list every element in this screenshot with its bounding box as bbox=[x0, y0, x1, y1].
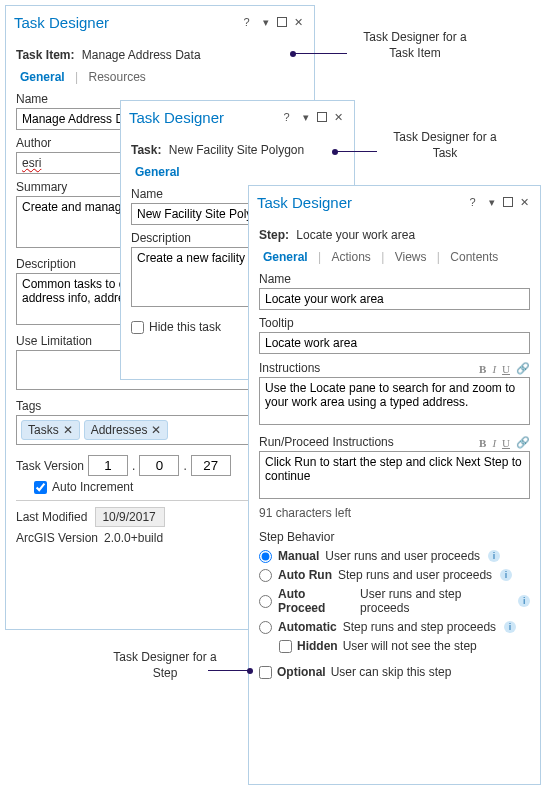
behavior-manual-label: Manual bbox=[278, 549, 319, 563]
maximize-icon[interactable] bbox=[317, 112, 327, 122]
behavior-autorun-label: Auto Run bbox=[278, 568, 332, 582]
chars-left: 91 characters left bbox=[259, 506, 530, 520]
info-icon[interactable]: i bbox=[518, 595, 530, 607]
underline-icon[interactable]: U bbox=[502, 437, 510, 449]
pane2-title: Task Designer bbox=[129, 109, 279, 126]
behavior-automatic-radio[interactable] bbox=[259, 621, 272, 634]
bold-icon[interactable]: B bbox=[479, 437, 486, 449]
link-icon[interactable]: 🔗 bbox=[516, 362, 530, 375]
auto-increment-checkbox[interactable] bbox=[34, 481, 47, 494]
info-icon[interactable]: i bbox=[500, 569, 512, 581]
instructions-input[interactable] bbox=[259, 377, 530, 425]
name-label: Name bbox=[259, 272, 530, 286]
hidden-checkbox[interactable] bbox=[279, 640, 292, 653]
behavior-autoproceed-label: Auto Proceed bbox=[278, 587, 354, 615]
link-icon[interactable]: 🔗 bbox=[516, 436, 530, 449]
run-proceed-input[interactable] bbox=[259, 451, 530, 499]
annotation-task: Task Designer for aTask bbox=[380, 130, 510, 161]
arcgis-version-label: ArcGIS Version bbox=[16, 531, 98, 545]
tab-contents[interactable]: Contents bbox=[446, 248, 502, 266]
optional-checkbox[interactable] bbox=[259, 666, 272, 679]
run-proceed-label: Run/Proceed Instructions bbox=[259, 435, 479, 449]
hidden-desc: User will not see the step bbox=[343, 639, 477, 653]
pane1-title: Task Designer bbox=[14, 14, 239, 31]
pane3-title: Task Designer bbox=[257, 194, 465, 211]
hidden-label: Hidden bbox=[297, 639, 338, 653]
tag-item[interactable]: Addresses✕ bbox=[84, 420, 169, 440]
behavior-autoproceed-desc: User runs and step proceeds bbox=[360, 587, 510, 615]
hide-task-checkbox[interactable] bbox=[131, 321, 144, 334]
pane1-heading-value: Manage Address Data bbox=[82, 48, 201, 62]
help-icon[interactable]: ? bbox=[239, 15, 254, 30]
pane3-heading-label: Step: bbox=[259, 228, 289, 242]
close-icon[interactable]: ✕ bbox=[291, 15, 306, 30]
help-icon[interactable]: ? bbox=[465, 195, 480, 210]
pane1-heading-label: Task Item: bbox=[16, 48, 74, 62]
tag-item[interactable]: Tasks✕ bbox=[21, 420, 80, 440]
tab-general[interactable]: General bbox=[16, 68, 69, 86]
dropdown-icon[interactable]: ▾ bbox=[258, 15, 273, 30]
maximize-icon[interactable] bbox=[503, 197, 513, 207]
tab-general[interactable]: General bbox=[259, 248, 312, 266]
dropdown-icon[interactable]: ▾ bbox=[484, 195, 499, 210]
help-icon[interactable]: ? bbox=[279, 110, 294, 125]
tab-views[interactable]: Views bbox=[391, 248, 431, 266]
maximize-icon[interactable] bbox=[277, 17, 287, 27]
underline-icon[interactable]: U bbox=[502, 363, 510, 375]
version-major-input[interactable] bbox=[88, 455, 128, 476]
dropdown-icon[interactable]: ▾ bbox=[298, 110, 313, 125]
bold-icon[interactable]: B bbox=[479, 363, 486, 375]
optional-desc: User can skip this step bbox=[331, 665, 452, 679]
name-input[interactable] bbox=[259, 288, 530, 310]
instructions-label: Instructions bbox=[259, 361, 479, 375]
last-modified-label: Last Modified bbox=[16, 510, 87, 524]
pane2-heading-value: New Facility Site Polygon bbox=[169, 143, 304, 157]
version-patch-input[interactable] bbox=[191, 455, 231, 476]
italic-icon[interactable]: I bbox=[492, 363, 496, 375]
arcgis-version-value: 2.0.0+build bbox=[104, 531, 163, 545]
italic-icon[interactable]: I bbox=[492, 437, 496, 449]
behavior-autorun-desc: Step runs and user proceeds bbox=[338, 568, 492, 582]
tag-remove-icon[interactable]: ✕ bbox=[151, 423, 161, 437]
behavior-autorun-radio[interactable] bbox=[259, 569, 272, 582]
pane2-heading-label: Task: bbox=[131, 143, 161, 157]
info-icon[interactable]: i bbox=[488, 550, 500, 562]
behavior-manual-radio[interactable] bbox=[259, 550, 272, 563]
info-icon[interactable]: i bbox=[504, 621, 516, 633]
tab-actions[interactable]: Actions bbox=[328, 248, 375, 266]
tab-sep: | bbox=[72, 70, 81, 84]
close-icon[interactable]: ✕ bbox=[331, 110, 346, 125]
behavior-automatic-desc: Step runs and step proceeds bbox=[343, 620, 496, 634]
optional-label: Optional bbox=[277, 665, 326, 679]
hide-task-label: Hide this task bbox=[149, 320, 221, 334]
tab-general[interactable]: General bbox=[131, 163, 184, 181]
behavior-manual-desc: User runs and user proceeds bbox=[325, 549, 480, 563]
auto-increment-label: Auto Increment bbox=[52, 480, 133, 494]
pane3-heading-value: Locate your work area bbox=[296, 228, 415, 242]
annotation-step: Task Designer for aStep bbox=[100, 650, 230, 681]
last-modified-value: 10/9/2017 bbox=[95, 507, 165, 527]
close-icon[interactable]: ✕ bbox=[517, 195, 532, 210]
behavior-automatic-label: Automatic bbox=[278, 620, 337, 634]
annotation-task-item: Task Designer for aTask Item bbox=[350, 30, 480, 61]
tooltip-input[interactable] bbox=[259, 332, 530, 354]
version-minor-input[interactable] bbox=[139, 455, 179, 476]
tab-resources[interactable]: Resources bbox=[85, 68, 150, 86]
tag-remove-icon[interactable]: ✕ bbox=[63, 423, 73, 437]
task-version-label: Task Version bbox=[16, 459, 84, 473]
behavior-label: Step Behavior bbox=[259, 530, 530, 544]
tooltip-label: Tooltip bbox=[259, 316, 530, 330]
behavior-autoproceed-radio[interactable] bbox=[259, 595, 272, 608]
